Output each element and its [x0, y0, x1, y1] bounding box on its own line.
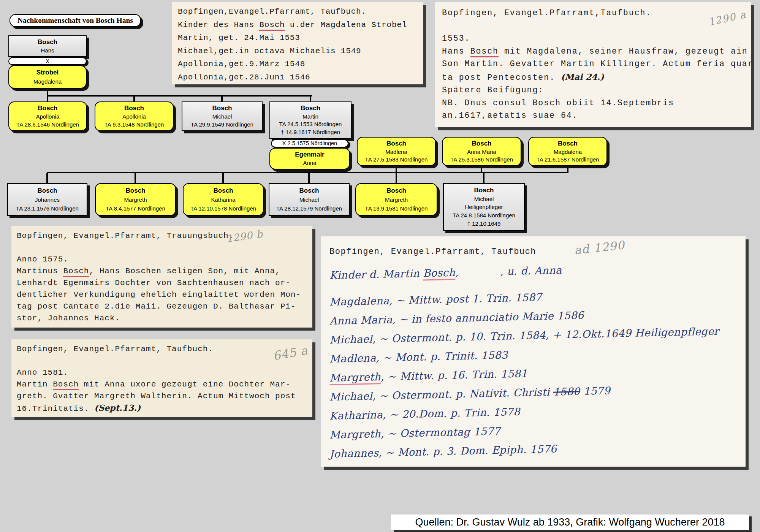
- tree-box-line: Margreth: [124, 197, 147, 203]
- tree-box-line: TA 28.6.1546 Nördlingen: [16, 122, 79, 128]
- tree-box-line: Bosch: [126, 187, 146, 194]
- connector-line: [47, 87, 48, 96]
- tree-box-marriage-1575: X 2.5.1575 Nördlingen: [271, 139, 348, 147]
- tree-box-line: Bosch: [386, 140, 406, 147]
- typed-line: Bopfingen, Evangel.Pfarramt, Taufbuch.: [17, 343, 312, 355]
- typed-line: greth. Gvatter Margreth Waltherin. Actum…: [17, 390, 312, 402]
- tree-box-line: TA 13.9.1581 Nördlingen: [365, 206, 428, 212]
- tree-box-line: Bosch: [124, 105, 144, 112]
- tree-box-line: Apollonia: [122, 114, 146, 120]
- typed-line: Anno 1575.: [17, 253, 312, 265]
- tree-box-child-apollonia-1548: BoschApolloniaTA 9.3.1548 Nördlingen: [95, 101, 174, 131]
- connector-line: [222, 173, 224, 184]
- tree-box-line: Egenmair: [295, 151, 324, 158]
- tree-box-line: Bosch: [558, 140, 578, 147]
- connector-line: [47, 95, 312, 97]
- tree-box-line: Johannes: [35, 197, 60, 203]
- connector-line: [396, 166, 397, 172]
- tree-box-line: TA 28.12.1579 Nördlingen: [276, 206, 342, 212]
- tree-box-line: X 2.5.1575 Nördlingen: [282, 141, 337, 146]
- connector-line: [133, 97, 135, 102]
- connector-line: [47, 97, 48, 102]
- typed-line: Apollonia,get.9.März 1548: [178, 58, 423, 71]
- tree-box-root-marriage: X: [8, 57, 87, 65]
- connector-line: [396, 173, 397, 184]
- tree-box-line: TA 24.5.1553 Nördlingen: [279, 121, 342, 127]
- tree-box-line: Bosch: [301, 105, 320, 112]
- tree-box-line: Bosch: [474, 187, 494, 194]
- typed-line: Hans Bosch mit Magdalena, seiner Hausfra…: [442, 45, 751, 58]
- typed-line: 16.Trinitatis. (Sept.13.): [17, 402, 312, 415]
- tree-box-line: Michael: [212, 114, 232, 120]
- tree-box-line: TA 9.3.1548 Nördlingen: [104, 122, 164, 128]
- tree-box-line: Margreth: [385, 197, 408, 203]
- connector-line: [46, 173, 48, 184]
- chart-title: Nachkommenschaft von Bosch Hans: [10, 14, 141, 27]
- typed-line: NB. Dnus consul Bosch obiit 14.Septembri…: [442, 97, 751, 110]
- typed-line: dentlicher Verkundigung ehelich einglait…: [17, 289, 312, 301]
- tree-box-child-michael-1549: BoschMichaelTA 29.9.1549 Nördlingen: [182, 101, 263, 131]
- tree-box-line: TA 27.5.1583 Nördlingen: [365, 157, 428, 163]
- tree-box-line: Katharina: [211, 197, 235, 203]
- tree-box-line: Martin: [302, 114, 318, 120]
- document-scan-doc-kinder-martin: ad 1290Bopfingen, Evangel.Pfarramt, Tauf…: [321, 236, 746, 467]
- tree-box-line: TA 23.1.1576 Nördlingen: [16, 206, 79, 212]
- tree-box-gc-margreth-1577: BoschMargrethTA 8.4.1577 Nördlingen: [95, 183, 176, 216]
- typed-line: [17, 242, 312, 253]
- tree-box-line: † 14.9.1617 Nördlingen: [281, 129, 340, 135]
- typed-line: Bopfingen, Evangel.Pfarramt, Trauungsbuc…: [17, 230, 312, 242]
- tree-box-gc-katharina-1578: BoschKatharinaTA 12.10.1578 Nördlingen: [183, 183, 264, 216]
- typed-line: Martinus Bosch, Hans Boschen seligen Son…: [17, 265, 312, 277]
- tree-box-line: Bosch: [38, 39, 57, 46]
- tree-box-gc-michael-1579: BoschMichaelTA 28.12.1579 Nördlingen: [269, 183, 350, 216]
- tree-box-line: Bosch: [299, 187, 319, 194]
- tree-box-line: Bosch: [212, 105, 232, 112]
- typed-line: ta post Pentecosten. (Mai 24.): [442, 71, 751, 84]
- tree-box-line: TA 12.10.1578 Nördlingen: [190, 206, 256, 212]
- tree-box-line: Madlena: [385, 149, 407, 155]
- genealogy-chart-canvas: Nachkommenschaft von Bosch Hans BoschHan…: [0, 0, 760, 532]
- connector-line: [135, 173, 136, 184]
- tree-box-gc-michael-1584: BoschMichaelHeiligenpflegerTA 24.8.1584 …: [443, 183, 525, 231]
- tree-box-line: Anna: [303, 160, 316, 166]
- typed-line: Anno 1581.: [17, 367, 312, 378]
- document-scan-doc-martin-1553: 1290 aBopfingen, Evangel.Pfarramt,Taufbu…: [435, 2, 751, 127]
- tree-box-line: Bosch: [214, 187, 233, 194]
- tree-box-child-apollonia-1546: BoschApolloniaTA 28.6.1546 Nördlingen: [8, 101, 87, 131]
- tree-box-line: Magdalena: [33, 79, 62, 85]
- tree-box-root-mother: StrobelMagdalena: [8, 65, 87, 89]
- typed-line: tag post Cantate 2.die Maii. Gezeugen D.…: [17, 301, 312, 312]
- tree-box-line: † 12.10.1649: [467, 221, 501, 227]
- connector-line: [221, 97, 223, 102]
- connector-line: [308, 173, 310, 184]
- tree-box-gc-magdalena-1587: BoschMagdalenaTA 21.6.1587 Nördlingen: [528, 137, 607, 166]
- connector-line: [481, 166, 482, 172]
- typed-line: Spätere Beifügung:: [442, 84, 751, 97]
- tree-box-line: Strobel: [36, 69, 59, 76]
- tree-box-line: TA 29.9.1549 Nördlingen: [191, 122, 253, 128]
- tree-box-line: X: [46, 59, 49, 64]
- tree-box-line: Michael: [474, 196, 494, 202]
- tree-box-line: Bosch: [38, 187, 57, 194]
- typed-line: [442, 20, 751, 33]
- connector-line: [47, 172, 568, 173]
- tree-box-line: Heiligenpfleger: [465, 204, 503, 210]
- tree-box-line: Anna Maria: [467, 149, 496, 155]
- typed-line: Michael,get.in octava Michaelis 1549: [178, 45, 423, 58]
- tree-box-line: Apollonia: [36, 114, 60, 120]
- tree-box-line: Bosch: [386, 187, 406, 194]
- tree-box-line: TA 24.8.1584 Nördlingen: [453, 212, 515, 218]
- tree-box-spouse-egenmair: EgenmairAnna: [269, 148, 350, 169]
- connector-line: [310, 97, 311, 102]
- source-credit: Quellen: Dr. Gustav Wulz ab 1933, Grafik…: [391, 515, 749, 530]
- typed-line: Bopfingen, Evangel.Pfarramt,Taufbuch.: [442, 7, 751, 20]
- tree-box-root-father: BoschHans: [8, 35, 87, 57]
- document-scan-doc-kinder-hans: Bopfingen,Evangel.Pfarramt, Taufbuch.Kin…: [172, 2, 423, 84]
- typed-line: [17, 355, 312, 367]
- tree-box-child-martin-1553: BoschMartinTA 24.5.1553 Nördlingen† 14.9…: [269, 101, 352, 139]
- tree-box-gc-madlena-1583: BoschMadlenaTA 27.5.1583 Nördlingen: [357, 137, 436, 166]
- tree-box-line: TA 8.4.1577 Nördlingen: [106, 206, 165, 212]
- document-scan-doc-margreth-1581: 645 aBopfingen, Evangel.Pfarramt, Taufbu…: [11, 339, 312, 417]
- typed-line: 1553.: [442, 32, 751, 45]
- tree-box-gc-annamaria-1586: BoschAnna MariaTA 25.3.1586 Nördlingen: [442, 137, 521, 166]
